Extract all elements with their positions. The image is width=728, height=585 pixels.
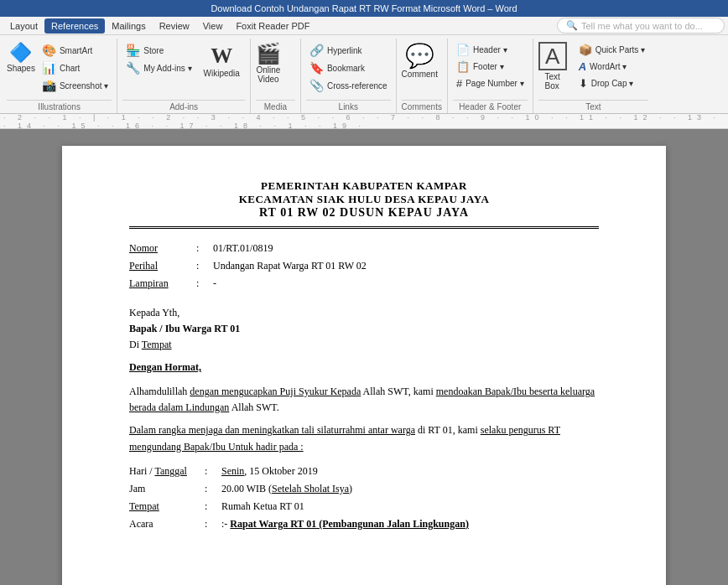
tempat-label: Tempat bbox=[129, 500, 205, 513]
nomor-value: 01/RT.01/0819 bbox=[213, 242, 599, 255]
perihal-label: Perihal bbox=[129, 260, 196, 272]
hari-value: Senin, 15 Oktober 2019 bbox=[221, 465, 599, 478]
body-para2: Dalam rangka menjaga dan meningkatkan ta… bbox=[129, 422, 599, 454]
tempat-sep: : bbox=[205, 500, 221, 513]
hyperlink-button[interactable]: 🔗Hyperlink bbox=[306, 42, 391, 59]
event-row-tempat: Tempat : Rumah Ketua RT 01 bbox=[129, 500, 599, 513]
event-row-jam: Jam : 20.00 WIB (Setelah Sholat Isya) bbox=[129, 483, 599, 495]
info-row-lampiran: Lampiran : - bbox=[129, 277, 599, 290]
document-page: PEMERINTAH KABUPATEN KAMPAR KECAMATAN SI… bbox=[62, 146, 666, 585]
menu-view[interactable]: View bbox=[196, 18, 230, 34]
event-row-hari: Hari / Tanggal : Senin, 15 Oktober 2019 bbox=[129, 465, 599, 478]
comment-button[interactable]: 💬 Comment bbox=[402, 42, 438, 79]
header-divider bbox=[129, 226, 599, 229]
salutation-to: Kepada Yth, bbox=[129, 307, 599, 319]
salutation-section: Kepada Yth, Bapak / Ibu Warga RT 01 Di T… bbox=[129, 307, 599, 351]
search-input[interactable]: Tell me what you want to do... bbox=[581, 21, 703, 31]
tempat-value: Rumah Ketua RT 01 bbox=[221, 500, 599, 513]
chart-button[interactable]: 📊Chart bbox=[39, 60, 112, 76]
jam-value: 20.00 WIB (Setelah Sholat Isya) bbox=[221, 483, 599, 495]
salutation-name: Bapak / Ibu Warga RT 01 bbox=[129, 323, 599, 335]
header-line3: RT 01 RW 02 DUSUN KEPAU JAYA bbox=[129, 206, 599, 220]
page-number-button[interactable]: #Page Number ▾ bbox=[453, 75, 528, 91]
quick-parts-button[interactable]: 📦Quick Parts ▾ bbox=[575, 42, 648, 58]
lampiran-sep: : bbox=[196, 277, 213, 290]
menu-mailings[interactable]: Mailings bbox=[105, 18, 152, 34]
page-header: PEMERINTAH KABUPATEN KAMPAR KECAMATAN SI… bbox=[129, 179, 599, 220]
salutation-place-text: Tempat bbox=[142, 339, 172, 350]
body-para1: Alhamdulillah dengan mengucapkan Puji Sy… bbox=[129, 384, 599, 416]
greeting-section: Dengan Hormat, bbox=[129, 361, 599, 374]
text-label: Text bbox=[538, 100, 648, 111]
acara-sep: : bbox=[205, 518, 221, 531]
event-section: Hari / Tanggal : Senin, 15 Oktober 2019 … bbox=[129, 465, 599, 531]
ribbon-illustrations: 🔷 Shapes 🎨SmartArt 📊Chart 📸Screenshot ▾ … bbox=[2, 39, 117, 113]
footer-button[interactable]: 📋Footer ▾ bbox=[453, 59, 528, 75]
nomor-label: Nomor bbox=[129, 242, 196, 255]
ribbon: 🔷 Shapes 🎨SmartArt 📊Chart 📸Screenshot ▾ … bbox=[0, 35, 728, 114]
drop-cap-button[interactable]: ⬇Drop Cap ▾ bbox=[575, 75, 648, 91]
online-video-button[interactable]: 🎬 OnlineVideo bbox=[256, 42, 281, 84]
perihal-sep: : bbox=[196, 260, 213, 272]
shapes-button[interactable]: 🔷 Shapes bbox=[7, 42, 35, 73]
illustrations-label: Illustrations bbox=[7, 100, 112, 111]
document-area: PEMERINTAH KABUPATEN KAMPAR KECAMATAN SI… bbox=[0, 129, 728, 585]
event-row-acara: Acara : :- Rapat Warga RT 01 (Pembanguna… bbox=[129, 518, 599, 531]
lampiran-value: - bbox=[213, 277, 599, 290]
salutation-place: Di Tempat bbox=[129, 339, 599, 351]
menu-review[interactable]: Review bbox=[153, 18, 196, 34]
textbox-button[interactable]: A TextBox bbox=[538, 42, 567, 91]
screenshot-button[interactable]: 📸Screenshot ▾ bbox=[39, 77, 112, 94]
cross-reference-button[interactable]: 📎Cross-reference bbox=[306, 77, 391, 94]
ribbon-text: A TextBox 📦Quick Parts ▾ AWordArt ▾ ⬇Dro… bbox=[533, 39, 653, 113]
bookmark-button[interactable]: 🔖Bookmark bbox=[306, 60, 391, 76]
ribbon-media: 🎬 OnlineVideo Media bbox=[251, 39, 301, 113]
header-button[interactable]: 📄Header ▾ bbox=[453, 42, 528, 58]
menu-foxit[interactable]: Foxit Reader PDF bbox=[229, 18, 316, 34]
body-section: Alhamdulillah dengan mengucapkan Puji Sy… bbox=[129, 384, 599, 455]
nomor-sep: : bbox=[196, 242, 213, 255]
title-text: Download Contoh Undangan Rapat RT RW For… bbox=[211, 3, 517, 13]
greeting-text: Dengan Hormat, bbox=[129, 361, 201, 373]
smartart-button[interactable]: 🎨SmartArt bbox=[39, 42, 112, 59]
jam-sep: : bbox=[205, 483, 221, 495]
lampiran-label: Lampiran bbox=[129, 277, 196, 290]
header-line1: PEMERINTAH KABUPATEN KAMPAR bbox=[129, 179, 599, 193]
para2-part1: Dalam rangka menjaga dan meningkatkan ta… bbox=[129, 424, 415, 436]
header-footer-label: Header & Footer bbox=[453, 100, 528, 111]
ribbon-header-footer: 📄Header ▾ 📋Footer ▾ #Page Number ▾ Heade… bbox=[448, 39, 533, 113]
addins-label: Add-ins bbox=[122, 100, 245, 111]
acara-value: :- Rapat Warga RT 01 (Pembangunan Jalan … bbox=[221, 518, 599, 531]
jam-label: Jam bbox=[129, 483, 205, 495]
store-button[interactable]: 🏪Store bbox=[122, 42, 195, 59]
info-row-perihal: Perihal : Undangan Rapat Warga RT 01 RW … bbox=[129, 260, 599, 272]
info-row-nomor: Nomor : 01/RT.01/0819 bbox=[129, 242, 599, 255]
title-bar: Download Contoh Undangan Rapat RT RW For… bbox=[0, 0, 728, 17]
menu-layout[interactable]: Layout bbox=[3, 18, 44, 34]
header-line2: KECAMATAN SIAK HULU DESA KEPAU JAYA bbox=[129, 193, 599, 206]
comments-label: Comments bbox=[402, 100, 442, 111]
search-icon: 🔍 bbox=[566, 20, 578, 31]
info-section: Nomor : 01/RT.01/0819 Perihal : Undangan… bbox=[129, 242, 599, 290]
perihal-value: Undangan Rapat Warga RT 01 RW 02 bbox=[213, 260, 599, 272]
ribbon-addins: 🏪Store 🔧My Add-ins ▾ W Wikipedia Add-ins bbox=[117, 39, 251, 113]
hari-label: Hari / Tanggal bbox=[129, 465, 205, 478]
acara-label: Acara bbox=[129, 518, 205, 531]
ruler: · 2 · · 1 · | · 1 · · 2 · · 3 · · 4 · · … bbox=[0, 114, 728, 129]
menu-bar: Layout References Mailings Review View F… bbox=[0, 17, 728, 35]
menu-references[interactable]: References bbox=[44, 18, 105, 34]
hari-sep: : bbox=[205, 465, 221, 478]
ribbon-links: 🔗Hyperlink 🔖Bookmark 📎Cross-reference Li… bbox=[301, 39, 397, 113]
wordart-button[interactable]: AWordArt ▾ bbox=[575, 59, 648, 75]
my-addins-button[interactable]: 🔧My Add-ins ▾ bbox=[122, 60, 195, 76]
para1-part1: dengan mengucapkan Puji Syukur Kepada bbox=[190, 386, 361, 397]
links-label: Links bbox=[306, 100, 391, 111]
ribbon-comments: 💬 Comment Comments bbox=[397, 39, 448, 113]
wikipedia-button[interactable]: W Wikipedia bbox=[199, 42, 245, 80]
media-label: Media bbox=[256, 100, 295, 111]
